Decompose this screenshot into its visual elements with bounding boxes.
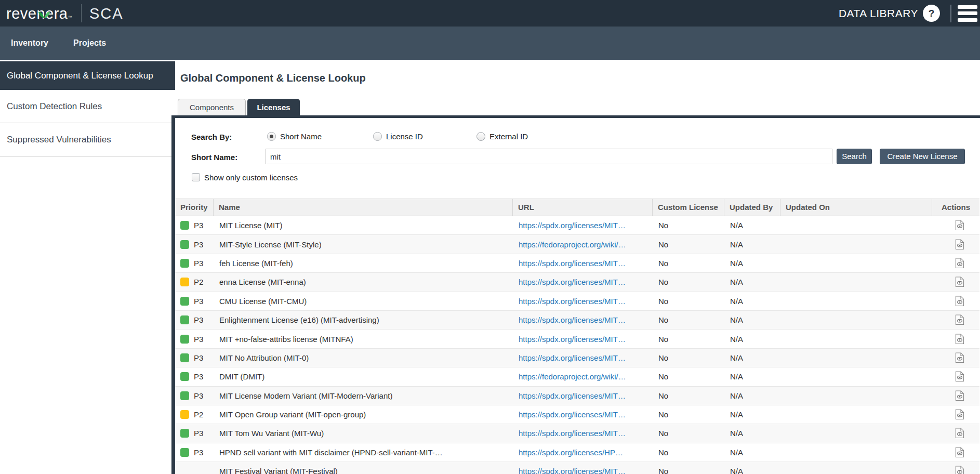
search-button[interactable]: Search — [837, 149, 872, 164]
radio-license-id[interactable] — [373, 132, 382, 141]
actions-cell — [932, 334, 979, 345]
updated-by-cell: N/A — [724, 315, 780, 324]
actions-cell — [932, 258, 979, 269]
updated-by-cell: N/A — [724, 335, 780, 344]
priority-cell: P3 — [175, 353, 214, 362]
view-license-button[interactable] — [955, 466, 964, 474]
url-cell: https://spdx.org/licenses/MIT… — [513, 335, 653, 344]
help-icon[interactable]: ? — [923, 5, 940, 22]
radio-label-license-id: License ID — [386, 132, 423, 141]
priority-cell: P3 — [175, 315, 214, 324]
url-cell: https://spdx.org/licenses/MIT… — [513, 467, 653, 474]
updated-by-cell: N/A — [724, 372, 780, 381]
nav-item-projects[interactable]: Projects — [73, 38, 106, 48]
license-url-link[interactable]: https://spdx.org/licenses/MIT… — [519, 391, 626, 400]
license-url-link[interactable]: https://spdx.org/licenses/MIT… — [519, 335, 626, 344]
actions-cell — [932, 352, 979, 363]
column-header-custom-license[interactable]: Custom License — [653, 199, 724, 216]
view-license-button[interactable] — [955, 390, 964, 401]
product-name: SCA — [89, 3, 124, 24]
url-cell: https://spdx.org/licenses/MIT… — [513, 259, 653, 268]
trademark-symbol: ™ — [68, 15, 72, 20]
table-row: P3MIT-Style License (MIT-Style)https://f… — [175, 235, 979, 254]
column-header-updated-on[interactable]: Updated On — [780, 199, 932, 216]
view-license-button[interactable] — [955, 447, 964, 458]
license-url-link[interactable]: https://spdx.org/licenses/MIT… — [519, 221, 626, 230]
custom-license-cell: No — [653, 467, 724, 474]
topbar-divider — [950, 5, 951, 22]
license-url-link[interactable]: https://spdx.org/licenses/MIT… — [519, 297, 626, 306]
sidebar-item-custom-detection-rules[interactable]: Custom Detection Rules — [0, 90, 171, 123]
license-url-link[interactable]: https://fedoraproject.org/wiki/… — [519, 240, 626, 249]
sidebar-item-global-component-license-lookup[interactable]: Global Component & License Lookup — [0, 60, 175, 90]
priority-badge — [180, 221, 189, 230]
view-license-button[interactable] — [955, 334, 964, 345]
priority-badge — [180, 448, 189, 457]
tab-licenses[interactable]: Licenses — [247, 99, 300, 116]
short-name-input[interactable] — [266, 149, 832, 164]
actions-cell — [932, 390, 979, 401]
create-new-license-button[interactable]: Create New License — [880, 149, 965, 164]
view-license-button[interactable] — [955, 239, 964, 250]
custom-license-cell: No — [653, 429, 724, 438]
url-cell: https://spdx.org/licenses/MIT… — [513, 429, 653, 438]
custom-license-cell: No — [653, 410, 724, 419]
radio-label-short-name: Short Name — [280, 132, 322, 141]
nav-item-inventory[interactable]: Inventory — [11, 38, 48, 48]
license-name-cell: DMIT (DMIT) — [214, 372, 513, 381]
priority-value: P3 — [194, 391, 203, 400]
actions-cell — [932, 239, 979, 250]
license-url-link[interactable]: https://fedoraproject.org/wiki/… — [519, 372, 626, 381]
view-license-button[interactable] — [955, 428, 964, 439]
column-header-updated-by[interactable]: Updated By — [724, 199, 780, 216]
priority-value: P3 — [194, 221, 203, 230]
custom-license-cell: No — [653, 448, 724, 457]
view-license-button[interactable] — [955, 409, 964, 420]
licenses-table: PriorityNameURLCustom LicenseUpdated ByU… — [175, 199, 979, 474]
license-url-link[interactable]: https://spdx.org/licenses/HP… — [519, 448, 623, 457]
show-only-custom-licenses-checkbox[interactable] — [192, 173, 200, 181]
view-license-button[interactable] — [955, 258, 964, 269]
radio-external-id[interactable] — [476, 132, 485, 141]
view-license-button[interactable] — [955, 314, 964, 325]
priority-cell: P3 — [175, 448, 214, 457]
license-url-link[interactable]: https://spdx.org/licenses/MIT… — [519, 315, 626, 324]
sidebar-item-suppressed-vulnerabilities[interactable]: Suppressed Vulnerabilities — [0, 123, 171, 156]
main-nav: InventoryProjects — [0, 27, 980, 60]
priority-cell: P3 — [175, 429, 214, 438]
table-row: P3MIT Tom Wu Variant (MIT-Wu)https://spd… — [175, 424, 979, 443]
license-url-link[interactable]: https://spdx.org/licenses/MIT… — [519, 410, 626, 419]
view-license-button[interactable] — [955, 296, 964, 307]
license-url-link[interactable]: https://spdx.org/licenses/MIT… — [519, 467, 626, 474]
table-header-row: PriorityNameURLCustom LicenseUpdated ByU… — [175, 199, 979, 216]
column-header-url[interactable]: URL — [513, 199, 653, 216]
view-license-button[interactable] — [955, 352, 964, 363]
priority-value: P2 — [194, 410, 203, 419]
column-header-name[interactable]: Name — [214, 199, 513, 216]
license-url-link[interactable]: https://spdx.org/licenses/MIT… — [519, 278, 626, 286]
license-url-link[interactable]: https://spdx.org/licenses/MIT… — [519, 259, 626, 268]
table-row: P3feh License (MIT-feh)https://spdx.org/… — [175, 254, 979, 273]
radio-short-name[interactable] — [267, 132, 276, 141]
updated-by-cell: N/A — [724, 278, 780, 286]
data-library-link[interactable]: DATA LIBRARY — [839, 7, 918, 20]
view-license-button[interactable] — [955, 276, 964, 287]
priority-value: P3 — [194, 353, 203, 362]
url-cell: https://spdx.org/licenses/MIT… — [513, 297, 653, 306]
license-name-cell: MIT License Modern Variant (MIT-Modern-V… — [214, 391, 513, 400]
license-url-link[interactable]: https://spdx.org/licenses/MIT… — [519, 353, 626, 362]
license-url-link[interactable]: https://spdx.org/licenses/MIT… — [519, 429, 626, 438]
priority-value: P3 — [194, 259, 203, 268]
tab-components[interactable]: Components — [178, 99, 246, 116]
license-name-cell: enna License (MIT-enna) — [214, 278, 513, 286]
priority-badge — [180, 315, 189, 324]
license-name-cell: CMU License (MIT-CMU) — [214, 297, 513, 306]
updated-by-cell: N/A — [724, 391, 780, 400]
hamburger-menu-icon[interactable] — [958, 5, 977, 22]
priority-badge — [180, 259, 189, 268]
column-header-priority[interactable]: Priority — [175, 199, 214, 216]
revenera-logo[interactable]: revenera™ — [6, 3, 72, 24]
view-license-button[interactable] — [955, 220, 964, 231]
column-header-actions[interactable]: Actions — [932, 199, 979, 216]
view-license-button[interactable] — [955, 371, 964, 382]
